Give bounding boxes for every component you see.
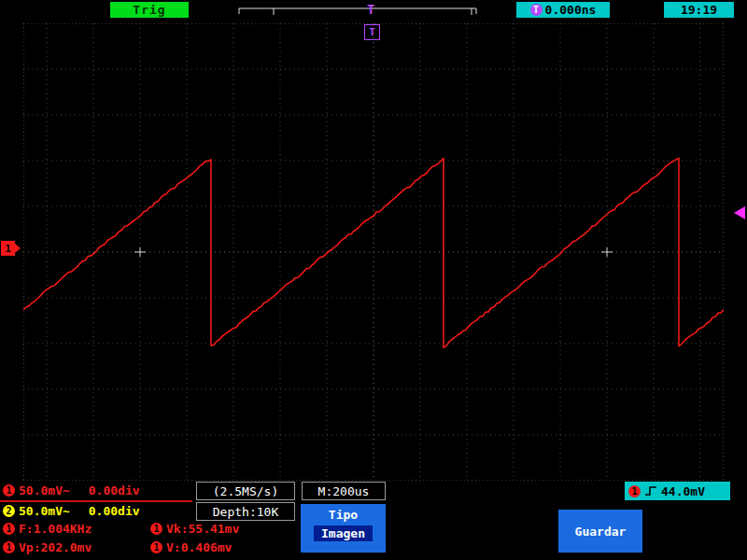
ch2-position: 0.00div — [89, 504, 140, 518]
measurement-frequency: 1 F:1.004KHz — [3, 522, 92, 536]
meas-vk-badge: 1 — [150, 523, 162, 535]
meas-vp-text: Vp:202.0mv — [19, 540, 92, 554]
trigger-level-value: 44.0mV — [661, 484, 705, 498]
rising-edge-icon — [644, 484, 657, 497]
menu-tipo-button[interactable]: Tipo Imagen — [301, 504, 386, 553]
meas-f-text: F:1.004KHz — [19, 522, 92, 536]
ch1-marker-arrow — [15, 244, 21, 253]
meas-f-badge: 1 — [3, 523, 15, 535]
trigger-time-value: 0.000ns — [545, 3, 597, 17]
menu-imagen-option[interactable]: Imagen — [314, 525, 373, 541]
ch2-scale: 50.0mV~ — [19, 504, 70, 518]
waveform-svg — [23, 23, 724, 481]
trigger-horizontal-marker: T — [364, 24, 380, 40]
graticule — [23, 23, 724, 481]
meas-vk-text: Vk:55.41mv — [166, 522, 239, 536]
ch1-position: 0.00div — [89, 483, 140, 497]
ch2-badge: 2 — [3, 505, 15, 517]
trigger-channel-badge: 1 — [628, 485, 641, 497]
trigger-readout-chip: 1 44.0mV — [625, 482, 730, 500]
ch1-underline — [0, 500, 192, 502]
ch1-marker-label: 1 — [1, 241, 15, 256]
trigger-symbol-badge: T — [530, 4, 543, 16]
trigger-time-chip: T 0.000ns — [516, 2, 610, 18]
measurement-v: 1 V:0.406mv — [150, 540, 232, 554]
measurement-vp: 1 Vp:202.0mv — [3, 540, 92, 554]
oscilloscope-screen: Trig T T 0.000ns 19:19 T 1 1 50.0mV~ 0.0… — [0, 0, 747, 560]
menu-tipo-label: Tipo — [329, 508, 358, 522]
trigger-position-top-marker: T — [367, 2, 374, 17]
sample-rate-box: (2.5MS/s) — [196, 482, 295, 500]
meas-vp-badge: 1 — [3, 541, 15, 553]
meas-v-text: V:0.406mv — [166, 540, 232, 554]
ch1-scale: 50.0mV~ — [19, 483, 70, 497]
clock-chip: 19:19 — [664, 2, 734, 18]
ch1-position-marker: 1 — [1, 241, 21, 256]
guardar-button[interactable]: Guardar — [558, 510, 642, 553]
ch1-status-row: 1 50.0mV~ 0.00div — [3, 483, 140, 497]
measurement-vk: 1 Vk:55.41mv — [150, 522, 239, 536]
ch2-status-row: 2 50.0mV~ 0.00div — [3, 504, 140, 518]
trigger-level-marker — [734, 206, 745, 219]
ch1-badge: 1 — [3, 484, 15, 497]
timebase-box: M:200us — [302, 482, 386, 500]
meas-v-badge: 1 — [150, 541, 162, 553]
memory-depth-box: Depth:10K — [196, 502, 295, 521]
